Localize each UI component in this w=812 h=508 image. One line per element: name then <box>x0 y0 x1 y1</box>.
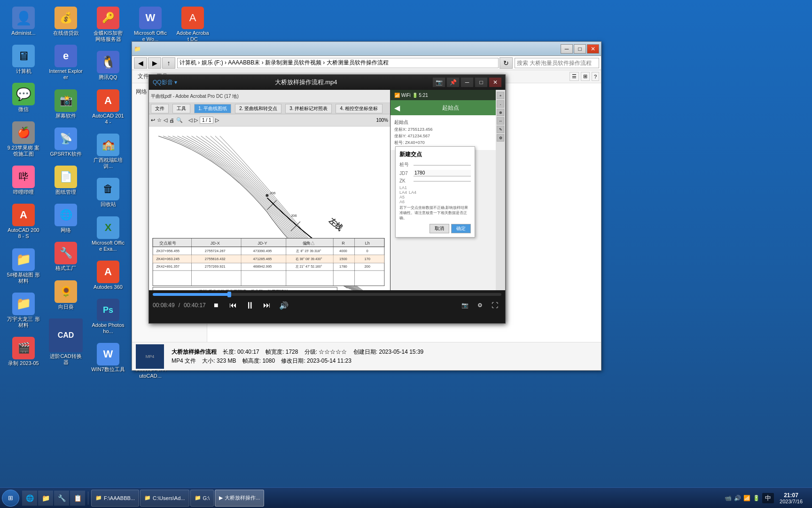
desktop-icon-tuzhi[interactable]: 📄 图纸管理 <box>47 164 85 197</box>
view-icon-2[interactable]: ⊞ <box>581 72 590 81</box>
prev-button[interactable]: ⏮ <box>226 299 240 312</box>
dialog-jd7-value[interactable]: 1780 <box>414 170 471 176</box>
settings-bottom-button[interactable]: ⚙ <box>473 299 486 312</box>
desktop-icon-administrator[interactable]: 👤 Administ... <box>5 5 42 38</box>
taskbar-btn-g[interactable]: 📁 G:\ <box>190 490 214 507</box>
pdf-tool-nav[interactable]: ◁ <box>164 117 167 123</box>
pdf-tool-print[interactable]: 🖨 <box>169 118 174 123</box>
dialog-cancel-button[interactable]: 取消 <box>429 224 449 233</box>
up-button[interactable]: ↑ <box>162 57 175 69</box>
desktop-icon-autocad2014[interactable]: A AutoCAD 2014 - <box>89 87 127 127</box>
start-button[interactable]: ⊞ <box>2 490 19 507</box>
desktop-icon-msword[interactable]: W Microsoft Office Wo... <box>132 5 169 44</box>
view-icon-1[interactable]: ☰ <box>570 72 579 81</box>
desktop-icon-photoshop[interactable]: Ps Adobe Photosho... <box>89 297 127 336</box>
player-minimize-button[interactable]: ─ <box>461 78 473 87</box>
desktop-icon-bilibili[interactable]: 哔 哔哩哔哩 <box>5 164 42 197</box>
desktop-icon-floor5[interactable]: 📁 5#楼基础图 形材料 <box>5 246 42 286</box>
play-pause-button[interactable]: ⏸ <box>243 299 257 312</box>
svg-text:2757269.921: 2757269.921 <box>205 264 226 269</box>
taskbar-g-icon: 📁 <box>195 495 201 501</box>
phone-tool-4[interactable]: ↔ <box>497 117 504 125</box>
desktop-icon-computer[interactable]: 🖥 计算机 <box>5 43 42 76</box>
phone-tool-2[interactable]: - <box>497 100 504 108</box>
search-input[interactable] <box>515 58 599 68</box>
desktop-icon-zaizai[interactable]: 💰 在线借贷款 <box>47 5 85 38</box>
stop-button[interactable]: ■ <box>210 299 223 312</box>
pdf-tab-2[interactable]: 工具 <box>172 104 190 113</box>
player-maximize-button[interactable]: □ <box>475 78 487 87</box>
pdf-tab-6[interactable]: 4. 相控空坐标坐标 <box>336 104 382 113</box>
desktop-icon-wanyu[interactable]: 📁 万宇大龙三 形材料 <box>5 291 42 330</box>
taskbar-btn-player[interactable]: ▶ 大桥放样操作... <box>215 490 264 507</box>
desktop-icon-qq[interactable]: 🐧 腾讯QQ <box>89 49 127 82</box>
taskbar-btn-explorer[interactable]: 📁 F:\AAABBB... <box>91 490 139 507</box>
ime-indicator[interactable]: 中 <box>762 493 774 503</box>
pdf-tool-search[interactable]: 🔍 <box>176 117 183 123</box>
desktop-icon-wangluo[interactable]: 🌐 网络 <box>47 202 85 235</box>
volume-button[interactable]: 🔊 <box>277 299 290 312</box>
screenshot-bottom-button[interactable]: 📷 <box>458 299 471 312</box>
taskbar-ie-icon[interactable]: 🌐 <box>22 491 37 506</box>
phone-tool-3[interactable]: ⊕ <box>497 109 504 116</box>
next-button[interactable]: ⏭ <box>260 299 273 312</box>
pdf-tab-1[interactable]: 文件 <box>151 104 169 113</box>
phone-dialog: 新建交点 桩号 JD7 1780 ZK <box>395 146 475 238</box>
desktop-icon-xiangri[interactable]: 🌻 向日葵 <box>47 278 85 312</box>
desktop-icon-geshi[interactable]: 🔧 格式工厂 <box>47 240 85 273</box>
desktop-icon-wechat[interactable]: 💬 微信 <box>5 81 42 114</box>
fullscreen-button[interactable]: ⛶ <box>488 299 501 312</box>
desktop-icon-autocad2008[interactable]: A AutoCAD 2008 - S <box>5 202 42 241</box>
desktop-icon-autodes360[interactable]: A Autodes 360 <box>89 259 127 292</box>
desktop-icon-jinjiekis[interactable]: 🔑 金蝶KIS加密网络服务器 <box>89 5 127 44</box>
tray-icon-net[interactable]: 📶 <box>742 494 751 502</box>
back-button[interactable]: ◀ <box>134 57 147 69</box>
tray-icon-ocam[interactable]: 📹 <box>724 494 732 502</box>
player-screenshot-button[interactable]: 📷 <box>433 78 445 87</box>
player-close-button[interactable]: ✕ <box>489 78 501 87</box>
help-button[interactable]: ? <box>592 72 599 81</box>
current-time: 00:08:49 <box>153 302 175 309</box>
progress-bar[interactable] <box>153 293 501 296</box>
desktop-icon-cad-large[interactable]: CAD 进阶CAD转换器 <box>47 317 85 367</box>
clock[interactable]: 21:07 2023/7/16 <box>776 492 806 504</box>
taskbar-explorer-icon[interactable]: 📁 <box>38 491 53 506</box>
desktop-icon-adobe[interactable]: A Adobe Acrobat DC <box>174 5 211 44</box>
address-path[interactable]: 计算机 › 娱乐 (F:) › AAAABBB末 › 新录制测量员软件视频 › … <box>177 58 499 68</box>
desktop-icon-gpsrtk[interactable]: 📡 GPSRTK软件 <box>47 126 85 159</box>
dialog-confirm-button[interactable]: 确定 <box>451 224 471 233</box>
taskbar-app2-icon[interactable]: 📋 <box>70 491 85 506</box>
tray-icon-app[interactable]: 🔊 <box>733 494 742 502</box>
desktop-icon-ie[interactable]: e Internet Explorer <box>47 43 85 82</box>
forward-button[interactable]: ▶ <box>148 57 161 69</box>
player-pin-button[interactable]: 📌 <box>447 78 459 87</box>
explorer-close-button[interactable]: ✕ <box>587 44 599 54</box>
refresh-button[interactable]: ↻ <box>500 57 513 69</box>
pdf-tool-star[interactable]: ☆ <box>157 117 162 123</box>
desktop-icon-apple[interactable]: 🍎 9.23苹果梆 案馆施工图 <box>5 119 42 159</box>
desktop-icon-guangxi[interactable]: 🏫 广西枕瑞E培训... <box>89 132 127 171</box>
tray-icon-battery[interactable]: 🔋 <box>752 494 760 502</box>
pdf-tab-4[interactable]: 2. 竖曲线和转交点 <box>235 104 281 113</box>
desktop-icon-pingmu[interactable]: 📸 屏幕软件 <box>47 87 85 121</box>
explorer-maximize-button[interactable]: □ <box>574 44 586 54</box>
phone-tool-5[interactable]: ✎ <box>497 126 504 133</box>
pdf-tab-3[interactable]: 1. 平曲线图纸 <box>194 104 231 113</box>
svg-text:偏角△: 偏角△ <box>303 241 315 246</box>
phone-body: 起始点 坐标X: 2755123.456 坐标Y: 471234.567 桩号:… <box>390 115 505 150</box>
phone-back-icon[interactable]: ◀ <box>394 103 400 112</box>
phone-tool-6[interactable]: ⚙ <box>497 134 504 142</box>
svg-text:2755724.267: 2755724.267 <box>205 249 226 253</box>
taskbar-btn-users[interactable]: 📁 C:\Users\Ad... <box>140 490 189 507</box>
taskbar-app1-icon[interactable]: 🔧 <box>54 491 69 506</box>
pdf-tab-5[interactable]: 3. 拌桩标记对照表 <box>285 104 332 113</box>
desktop-icon-huisu[interactable]: 🗑 回收站 <box>89 176 127 209</box>
desktop-icon-win7[interactable]: W WIN7数位工具 <box>89 341 127 374</box>
explorer-minimize-button[interactable]: ─ <box>561 44 573 54</box>
svg-rect-8 <box>153 238 384 247</box>
phone-tool-1[interactable]: + <box>497 92 504 99</box>
desktop-icon-luzhi[interactable]: 🎬 录制 2023-05 <box>5 335 42 368</box>
pdf-tool-arrow[interactable]: ↩ <box>151 117 155 123</box>
desktop-icon-msoffice[interactable]: X Microsoft Office Exa... <box>89 214 127 254</box>
file-modified: 修改日期: 2023-05-14 11:23 <box>281 357 351 364</box>
